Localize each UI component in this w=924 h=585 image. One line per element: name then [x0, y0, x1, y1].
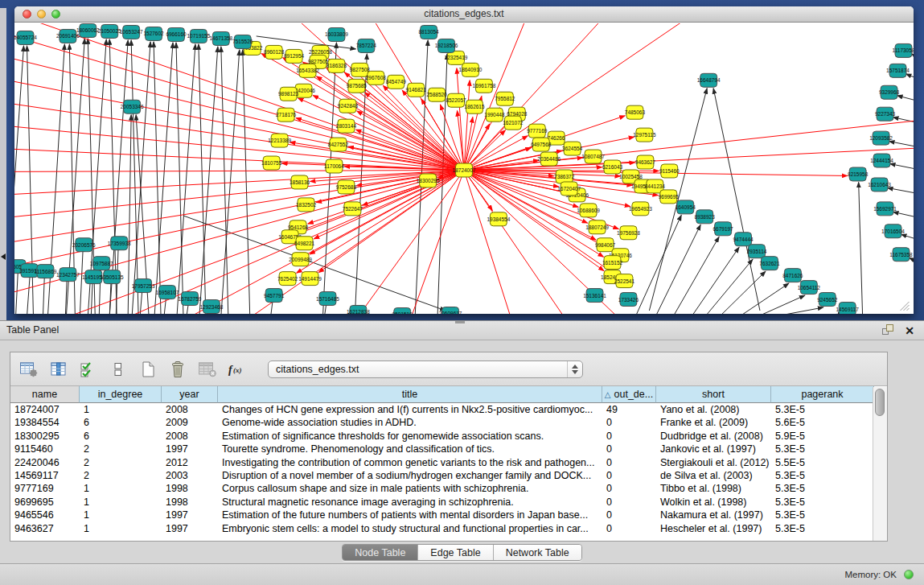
network-node[interactable]: 9146821: [406, 83, 427, 97]
window-resize-grip-icon[interactable]: [900, 302, 909, 311]
table-selector-dropdown[interactable]: citations_edges.txt: [268, 360, 583, 378]
network-node[interactable]: 19218506: [435, 39, 458, 52]
network-node[interactable]: 8960128: [264, 45, 285, 59]
network-node[interactable]: 10807487: [581, 150, 605, 163]
network-window-titlebar[interactable]: citations_edges.txt: [14, 6, 914, 23]
network-node[interactable]: 6497568: [531, 138, 552, 151]
function-builder-button[interactable]: f (x): [227, 359, 248, 380]
network-node[interactable]: 12975115: [633, 128, 656, 142]
network-node[interactable]: 12444154: [870, 154, 893, 167]
show-column-button[interactable]: [48, 359, 69, 380]
network-node[interactable]: 2588520: [427, 88, 448, 101]
table-settings-button[interactable]: [18, 359, 39, 380]
network-node[interactable]: 19384554: [487, 212, 510, 226]
network-node[interactable]: 16648794: [697, 73, 721, 87]
network-node[interactable]: 15692971: [873, 202, 897, 216]
table-row[interactable]: 1938455462009Genome-wide association stu…: [10, 416, 887, 429]
network-node[interactable]: 1527602: [143, 27, 164, 40]
splitter-grip[interactable]: [455, 321, 465, 323]
network-node[interactable]: 10719155: [187, 29, 211, 43]
network-node[interactable]: 14569117: [836, 303, 860, 314]
table-row[interactable]: 1456911722003Disruption of a novel membe…: [10, 469, 887, 482]
network-node[interactable]: 1640954: [676, 200, 696, 214]
vertical-scrollbar[interactable]: [873, 387, 887, 541]
network-node[interactable]: 12213389: [268, 134, 291, 147]
network-node[interactable]: 1858136: [290, 175, 310, 189]
network-node[interactable]: 8471626: [782, 269, 803, 282]
network-node[interactable]: 6216043: [602, 160, 623, 174]
network-node[interactable]: 15716485: [316, 292, 339, 306]
network-node[interactable]: 7632621: [759, 257, 780, 270]
network-node[interactable]: 18807249: [585, 220, 609, 234]
network-node[interactable]: 16961758: [473, 79, 496, 93]
network-node[interactable]: 11675358: [889, 248, 913, 262]
network-node[interactable]: 16958107: [156, 286, 179, 299]
column-header-pagerank[interactable]: pagerank: [771, 386, 874, 403]
network-node[interactable]: 12093582: [869, 131, 893, 145]
network-node[interactable]: 9699695: [659, 190, 680, 204]
network-node[interactable]: 18300295: [417, 174, 440, 187]
network-node[interactable]: 13505135: [101, 270, 124, 284]
network-node[interactable]: 9329968: [879, 85, 900, 99]
tab-network-table[interactable]: Network Table: [494, 545, 581, 560]
network-node[interactable]: 14914479: [298, 272, 322, 286]
network-node[interactable]: 10688609: [577, 204, 600, 217]
network-node[interactable]: 21050025: [98, 24, 121, 38]
network-node[interactable]: 20364486: [537, 152, 561, 166]
network-node[interactable]: 12342757: [56, 268, 80, 282]
tab-edge-table[interactable]: Edge Table: [418, 545, 493, 560]
network-node[interactable]: 17359938: [108, 237, 131, 250]
column-header-name[interactable]: name: [10, 386, 80, 403]
column-header-title[interactable]: title: [218, 386, 602, 403]
network-node[interactable]: 7857224: [356, 39, 377, 52]
close-panel-icon[interactable]: ✕: [905, 323, 914, 339]
close-window-button[interactable]: [23, 10, 31, 19]
delete-button[interactable]: [167, 359, 188, 380]
network-node[interactable]: 9875685: [347, 79, 368, 93]
network-node[interactable]: 8813054: [419, 25, 440, 39]
network-node[interactable]: 8215958: [848, 167, 869, 181]
network-node[interactable]: 7485063: [625, 105, 646, 119]
network-node[interactable]: 1862615: [464, 100, 485, 113]
column-header-in_degree[interactable]: in_degree: [80, 386, 162, 403]
network-node[interactable]: 12325419: [445, 51, 468, 64]
network-node[interactable]: 16543382: [296, 64, 319, 77]
network-node[interactable]: 9115460: [659, 164, 680, 178]
network-node[interactable]: 1990448: [484, 108, 505, 122]
network-node[interactable]: 7625402: [277, 272, 298, 286]
network-node[interactable]: 17957253: [132, 279, 155, 293]
network-node[interactable]: 10975887: [90, 257, 113, 270]
network-node[interactable]: 11173058: [893, 43, 914, 57]
network-node[interactable]: 14055724: [14, 31, 37, 44]
network-node[interactable]: 1832502: [296, 198, 317, 212]
network-node[interactable]: 3624554: [562, 142, 583, 155]
network-node[interactable]: 1621072: [503, 116, 524, 130]
network-node[interactable]: 8912954: [284, 49, 305, 63]
network-node[interactable]: 10654112: [798, 281, 821, 295]
network-node[interactable]: 2967608: [366, 71, 387, 84]
table-row[interactable]: 1830029562008Estimation of significance …: [10, 430, 887, 443]
network-node[interactable]: 12923468: [199, 300, 223, 314]
table-row[interactable]: 969969511998Structural magnetic resonanc…: [10, 496, 887, 509]
clear-selection-button[interactable]: [108, 359, 129, 380]
network-node[interactable]: 1810755: [261, 156, 282, 170]
network-node[interactable]: 2935114: [747, 245, 767, 258]
network-node[interactable]: 19654923: [629, 202, 652, 216]
network-canvas[interactable]: 1872400779638228960128891295425226058982…: [14, 23, 914, 314]
network-node[interactable]: 9463627: [635, 155, 656, 169]
float-panel-icon[interactable]: [882, 324, 895, 336]
network-node[interactable]: 17016504: [881, 225, 905, 238]
network-node[interactable]: 9501519: [392, 308, 413, 314]
network-node[interactable]: 9245652: [817, 293, 838, 307]
network-node[interactable]: 18060062: [76, 23, 100, 37]
network-node[interactable]: 11156869: [35, 265, 57, 278]
table-row[interactable]: 977716911998Corpus callosum shape and si…: [10, 482, 887, 495]
network-node[interactable]: 15136141: [583, 289, 606, 303]
table-row[interactable]: 1872400712008Changes of HCN gene express…: [10, 403, 887, 416]
network-node[interactable]: 18640910: [459, 63, 483, 76]
network-node[interactable]: 20206576: [72, 238, 96, 252]
network-node[interactable]: 2718176: [276, 108, 297, 122]
table-row[interactable]: 946362711997Embryonic stem cells: a mode…: [10, 522, 887, 535]
panel-collapse-arrow-icon[interactable]: [1, 253, 6, 260]
column-header-year[interactable]: year: [162, 386, 218, 403]
